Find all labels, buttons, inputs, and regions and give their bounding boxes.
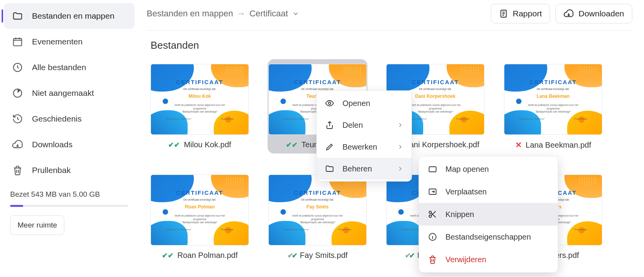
cert-recipient: Fay Smits xyxy=(307,204,329,210)
submenu-item-properties[interactable]: Bestandseigenschappen xyxy=(419,226,558,248)
breadcrumb-current[interactable]: Certificaat xyxy=(249,9,288,19)
file-card[interactable]: CERTIFICAAT Dit certificaat bevestigt da… xyxy=(150,59,250,153)
file-label: ✕ Lana Beekman.pdf xyxy=(515,140,591,150)
topbar: Bestanden en mappen → Certificaat Rappor… xyxy=(147,4,632,31)
pencil-icon xyxy=(325,142,335,152)
pie-icon xyxy=(12,87,23,99)
submenu-item-label: Verwijderen xyxy=(445,255,486,264)
section-title: Bestanden xyxy=(151,39,632,51)
breadcrumb-root[interactable]: Bestanden en mappen xyxy=(147,9,233,19)
sidebar-item-label: Downloads xyxy=(32,140,73,149)
cert-subtitle: Dit certificaat bevestigt dat: xyxy=(301,198,334,201)
file-name: Roan Polman.pdf xyxy=(177,251,238,260)
cert-subtitle: Dit certificaat bevestigt dat: xyxy=(537,88,569,90)
context-item-label: Bewerken xyxy=(342,143,377,152)
file-name: Fay Smits.pdf xyxy=(300,251,348,260)
chevron-right-icon xyxy=(397,165,404,172)
chevron-down-icon[interactable] xyxy=(292,10,300,18)
file-card[interactable]: CERTIFICAAT Dit certificaat bevestigt da… xyxy=(150,170,250,264)
eye-icon xyxy=(325,98,335,108)
submenu-item-label: Map openen xyxy=(445,165,489,174)
cert-body: heeft de praktische cursus afgerond voor… xyxy=(175,104,225,113)
submenu: Map openen Verplaatsen Knippen Bestandse… xyxy=(419,156,558,273)
report-button[interactable]: Rapport xyxy=(491,4,550,23)
download-label: Downloaden xyxy=(578,9,624,18)
context-item-label: Beheren xyxy=(342,164,372,173)
cert-recipient: Roan Polman xyxy=(185,204,215,210)
sidebar-item-files[interactable]: Bestanden en mappen xyxy=(4,3,135,29)
cert-footer: Designschool "Maximus"Projectleider xyxy=(166,118,234,120)
arrow-right-icon: → xyxy=(237,9,245,19)
sidebar: Bestanden en mappen Evenementen Alle bes… xyxy=(0,0,138,277)
file-thumbnail: CERTIFICAAT Dit certificaat bevestigt da… xyxy=(151,64,249,135)
cert-recipient: Milou Kok xyxy=(188,94,211,99)
top-actions: Rapport Downloaden xyxy=(491,4,632,23)
submenu-item-open-folder[interactable]: Map openen xyxy=(419,158,558,180)
file-card[interactable]: CERTIFICAAT Dit certificaat bevestigt da… xyxy=(503,59,603,153)
chevron-right-icon xyxy=(397,143,404,150)
submenu-item-label: Verplaatsen xyxy=(445,187,487,196)
cert-title: CERTIFICAAT xyxy=(530,79,577,85)
sidebar-item-label: Niet aangemaakt xyxy=(32,88,94,98)
submenu-item-label: Bestandseigenschappen xyxy=(445,233,531,242)
sidebar-item-label: Bestanden en mappen xyxy=(32,11,114,21)
folder-outline-icon xyxy=(428,164,438,174)
cert-subtitle: Dit certificaat bevestigt dat: xyxy=(183,198,216,201)
context-menu: Openen Delen Bewerken xyxy=(316,90,412,182)
status-error-icon: ✕ xyxy=(515,140,522,150)
storage-progress xyxy=(10,205,128,207)
breadcrumb: Bestanden en mappen → Certificaat xyxy=(147,9,300,19)
cert-subtitle: Dit certificaat bevestigt dat: xyxy=(183,88,216,90)
file-name: Lana Beekman.pdf xyxy=(526,141,591,150)
file-name: Milou Kok.pdf xyxy=(184,140,231,149)
status-partial-icon: ✔✔ xyxy=(405,251,413,260)
sidebar-item-not-created[interactable]: Niet aangemaakt xyxy=(4,80,135,106)
sidebar-item-history[interactable]: Geschiedenis xyxy=(4,106,135,132)
share-icon xyxy=(325,120,335,130)
cert-title: CERTIFICAAT xyxy=(176,79,224,85)
sidebar-item-downloads[interactable]: Downloads xyxy=(4,132,135,157)
file-card[interactable]: CERTIFICAAT Dit certificaat bevestigt da… xyxy=(268,170,367,264)
main-area: Bestanden en mappen → Certificaat Rappor… xyxy=(138,0,644,277)
storage-text: Bezet 543 MB van 5.00 GB xyxy=(10,190,128,199)
sidebar-item-label: Geschiedenis xyxy=(32,114,82,124)
svg-rect-5 xyxy=(429,167,436,172)
svg-rect-0 xyxy=(14,39,22,46)
context-item-edit[interactable]: Bewerken xyxy=(317,136,412,158)
file-thumbnail: CERTIFICAAT Dit certificaat bevestigt da… xyxy=(268,175,367,245)
file-grid: CERTIFICAAT Dit certificaat bevestigt da… xyxy=(147,59,632,264)
move-icon xyxy=(428,187,438,197)
scissors-icon xyxy=(428,209,438,219)
context-item-label: Openen xyxy=(342,99,370,108)
cert-body: heeft de praktische cursus afgerond voor… xyxy=(175,214,225,224)
submenu-item-move[interactable]: Verplaatsen xyxy=(419,180,558,203)
submenu-item-cut[interactable]: Knippen xyxy=(419,203,558,226)
cert-title: CERTIFICAAT xyxy=(294,79,341,85)
folder-icon xyxy=(12,10,23,22)
file-label: ✔✔ Fay Smits.pdf xyxy=(287,251,348,260)
sidebar-item-events[interactable]: Evenementen xyxy=(4,29,135,55)
trash-icon xyxy=(428,254,438,265)
sidebar-item-label: Evenementen xyxy=(32,37,83,46)
download-cloud-icon xyxy=(564,9,574,19)
cert-title: CERTIFICAAT xyxy=(294,189,341,196)
svg-point-8 xyxy=(429,215,431,217)
file-thumbnail: CERTIFICAAT Dit certificaat bevestigt da… xyxy=(504,64,602,135)
sidebar-item-trash[interactable]: Prullenbak xyxy=(4,157,135,183)
cert-body: heeft de praktische cursus afgerond voor… xyxy=(528,104,578,113)
submenu-item-delete[interactable]: Verwijderen xyxy=(419,248,558,271)
context-item-manage[interactable]: Beheren xyxy=(317,158,412,180)
more-space-button[interactable]: Meer ruimte xyxy=(10,215,64,235)
folder-icon xyxy=(325,164,335,174)
file-thumbnail: CERTIFICAAT Dit certificaat bevestigt da… xyxy=(151,175,249,245)
chevron-right-icon xyxy=(397,122,404,129)
cert-subtitle: Dit certificaat bevestigt dat: xyxy=(419,88,452,90)
context-item-open[interactable]: Openen xyxy=(317,92,412,114)
svg-point-4 xyxy=(328,102,331,104)
history-icon xyxy=(12,113,23,125)
download-button[interactable]: Downloaden xyxy=(555,4,632,23)
file-name: Dani Korpershoek.pdf xyxy=(404,140,479,149)
context-item-share[interactable]: Delen xyxy=(317,114,412,136)
cert-footer: Designschool "Maximus"Projectleider xyxy=(284,228,351,231)
sidebar-item-all-files[interactable]: Alle bestanden xyxy=(4,55,135,80)
